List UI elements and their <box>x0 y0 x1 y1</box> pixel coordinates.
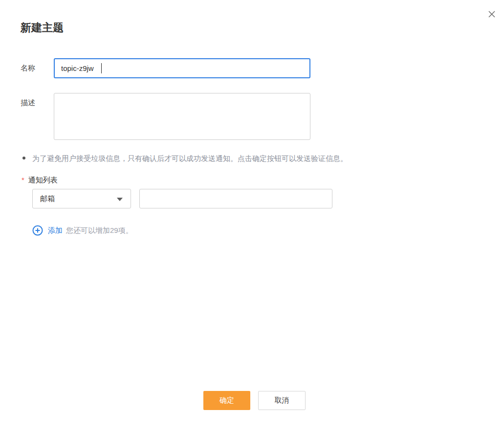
protocol-selected-value: 邮箱 <box>40 194 55 204</box>
notification-list-label-row: * 通知列表 <box>22 176 504 185</box>
close-button[interactable] <box>486 9 497 20</box>
notification-list-label: 通知列表 <box>28 176 58 185</box>
cancel-button[interactable]: 取消 <box>258 391 306 410</box>
add-row: 添加 您还可以增加29项。 <box>32 225 504 236</box>
confirm-button[interactable]: 确定 <box>203 391 250 410</box>
endpoint-input[interactable] <box>139 189 332 208</box>
add-remaining-hint: 您还可以增加29项。 <box>66 226 133 235</box>
description-textarea[interactable] <box>54 93 310 140</box>
notice-row: 为了避免用户接受垃圾信息，只有确认后才可以成功发送通知。点击确定按钮可以发送验证… <box>22 154 504 163</box>
add-circle-plus-icon[interactable] <box>32 225 43 236</box>
bullet-icon <box>22 157 25 160</box>
description-label: 描述 <box>21 93 54 108</box>
page-title: 新建主题 <box>21 0 504 34</box>
name-input-wrap <box>54 58 310 78</box>
add-link[interactable]: 添加 <box>48 226 63 235</box>
chevron-down-icon <box>117 198 123 201</box>
new-topic-dialog: 新建主题 名称 描述 为了避免用户接受垃圾信息，只有确认后才可以成功发送通知。点… <box>0 0 504 434</box>
name-field-row: 名称 <box>21 58 504 78</box>
dialog-footer: 确定 取消 <box>203 391 306 410</box>
description-field-row: 描述 <box>21 93 504 140</box>
close-icon <box>487 10 496 19</box>
required-asterisk: * <box>22 176 24 184</box>
protocol-select[interactable]: 邮箱 <box>32 189 131 208</box>
text-caret <box>101 63 102 73</box>
name-input[interactable] <box>54 58 310 78</box>
endpoint-row: 邮箱 <box>32 189 504 208</box>
name-label: 名称 <box>21 64 54 73</box>
notice-text: 为了避免用户接受垃圾信息，只有确认后才可以成功发送通知。点击确定按钮可以发送验证… <box>32 154 348 163</box>
